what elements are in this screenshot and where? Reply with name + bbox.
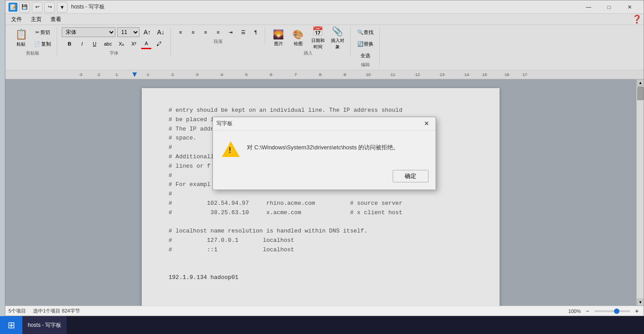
dialog-close-button[interactable]: ✕	[421, 118, 432, 129]
dialog-title: 写字板	[216, 120, 421, 127]
warning-icon	[222, 141, 240, 159]
dialog-footer: 确定	[213, 166, 436, 190]
zoom-out-btn[interactable]: －	[585, 307, 591, 315]
main-window: 📝 💾 ↩ ↪ ▼ hosts - 写字板 — □ ✕ 文件 主页 查看 ❓	[4, 0, 644, 316]
zoom-thumb[interactable]	[614, 309, 619, 314]
taskbar-app-item[interactable]: hosts - 写字板	[22, 316, 67, 334]
items-count: 5个项目	[8, 308, 26, 314]
access-denied-dialog: 写字板 ✕ 对 C:\Windows\System32\drivers\etc\…	[212, 117, 436, 190]
taskbar: ⊞ hosts - 写字板	[0, 316, 644, 334]
status-right: 100% － ＋	[568, 307, 640, 315]
start-button[interactable]: ⊞	[0, 316, 22, 334]
taskbar-app-label: hosts - 写字板	[28, 321, 61, 329]
zoom-in-btn[interactable]: ＋	[634, 307, 640, 315]
status-bar: 5个项目 选中1个项目 824字节 100% － ＋	[5, 306, 644, 316]
dialog-content: 对 C:\Windows\System32\drivers\etc\hosts …	[213, 131, 436, 166]
zoom-slider[interactable]	[594, 310, 630, 312]
selected-info: 选中1个项目 824字节	[33, 308, 80, 314]
dialog-overlay: 写字板 ✕ 对 C:\Windows\System32\drivers\etc\…	[5, 0, 644, 306]
warning-triangle	[222, 141, 240, 157]
status-left: 5个项目 选中1个项目 824字节	[8, 308, 80, 314]
dialog-title-bar: 写字板 ✕	[213, 117, 436, 131]
dialog-message: 对 C:\Windows\System32\drivers\etc\hosts …	[247, 141, 427, 152]
zoom-level: 100%	[568, 309, 581, 314]
dialog-ok-button[interactable]: 确定	[393, 170, 428, 182]
